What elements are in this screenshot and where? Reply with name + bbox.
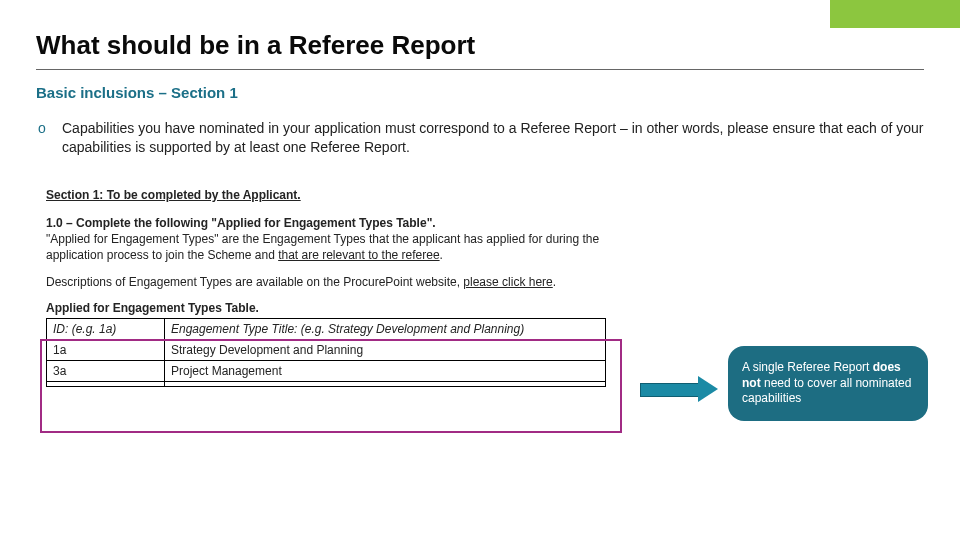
cell-title: Strategy Development and Planning xyxy=(165,340,606,361)
section-subtitle: Basic inclusions – Section 1 xyxy=(36,84,924,101)
embedded-text-3c: . xyxy=(553,275,556,289)
cell-title: Project Management xyxy=(165,361,606,382)
embedded-text-3a: Descriptions of Engagement Types are ava… xyxy=(46,275,463,289)
cell-id: 3a xyxy=(47,361,165,382)
embedded-link[interactable]: please click here xyxy=(463,275,552,289)
table-row: 3a Project Management xyxy=(47,361,606,382)
callout-text-pre: A single Referee Report xyxy=(742,360,873,374)
corner-accent xyxy=(830,0,960,28)
table-row xyxy=(47,382,606,387)
bullet-text: Capabilities you have nominated in your … xyxy=(62,119,924,157)
bullet-item: o Capabilities you have nominated in you… xyxy=(36,119,924,157)
embedded-strong-1: 1.0 – Complete the following "Applied fo… xyxy=(46,216,436,230)
cell-id: 1a xyxy=(47,340,165,361)
cell-id xyxy=(47,382,165,387)
table-header-row: ID: (e.g. 1a) Engagement Type Title: (e.… xyxy=(47,318,606,339)
embedded-text-2c: . xyxy=(440,248,443,262)
callout-text-post: need to cover all nominated capabilities xyxy=(742,376,911,406)
slide-content: What should be in a Referee Report Basic… xyxy=(0,0,960,387)
arrow-icon xyxy=(640,378,720,400)
cell-title xyxy=(165,382,606,387)
embedded-document: Section 1: To be completed by the Applic… xyxy=(46,187,636,388)
title-divider xyxy=(36,69,924,70)
bullet-marker: o xyxy=(36,119,52,138)
embedded-para-1: 1.0 – Complete the following "Applied fo… xyxy=(46,215,636,264)
callout-bubble: A single Referee Report does not need to… xyxy=(728,346,928,421)
table-row: 1a Strategy Development and Planning xyxy=(47,340,606,361)
embedded-heading: Section 1: To be completed by the Applic… xyxy=(46,187,636,203)
table-caption: Applied for Engagement Types Table. xyxy=(46,300,636,316)
page-title: What should be in a Referee Report xyxy=(36,30,924,61)
table-header-title: Engagement Type Title: (e.g. Strategy De… xyxy=(165,318,606,339)
table-header-id: ID: (e.g. 1a) xyxy=(47,318,165,339)
embedded-underline-2b: that are relevant to the referee xyxy=(278,248,439,262)
engagement-types-table: ID: (e.g. 1a) Engagement Type Title: (e.… xyxy=(46,318,606,388)
embedded-para-2: Descriptions of Engagement Types are ava… xyxy=(46,274,636,290)
